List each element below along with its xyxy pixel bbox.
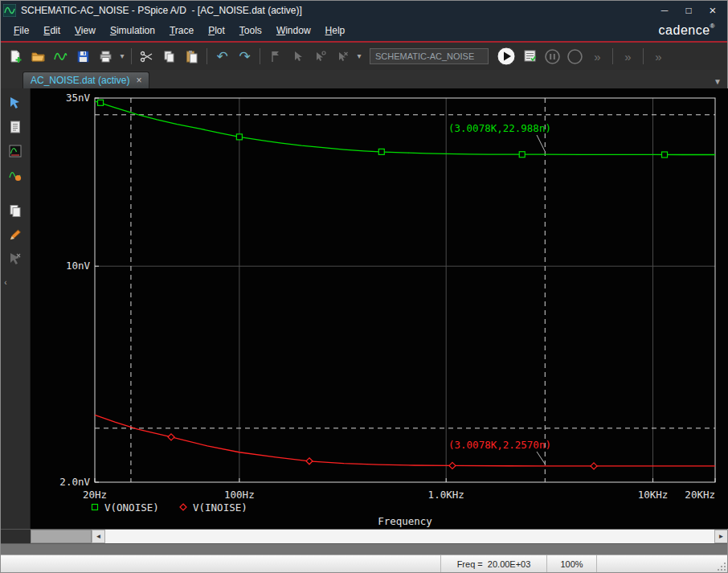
svg-text:20Hz: 20Hz [83,489,107,501]
status-frequency: Freq = 20.00E+03 [440,555,546,573]
run-button[interactable] [494,45,518,68]
sidebar-probe-button[interactable] [5,92,26,113]
resize-grip-icon [717,562,726,571]
toolbar: ▾ ↶ ↷ [0,43,728,70]
menu-help[interactable]: Help [318,22,353,39]
sidebar-waveform-button[interactable] [5,141,26,162]
window-gap-strip [0,543,728,555]
menu-simulation[interactable]: Simulation [103,22,162,39]
toolbar-overflow-1[interactable]: » [587,46,608,67]
hscroll-thumb[interactable] [31,530,92,543]
svg-text:V(ONOISE): V(ONOISE) [104,501,159,514]
scroll-right-button[interactable]: ► [714,530,728,543]
cursor-probe-button[interactable] [287,46,309,67]
menu-trace[interactable]: Trace [162,22,201,39]
overflow-chevrons-icon: » [655,51,661,63]
cursor-flag-button[interactable] [264,46,286,67]
tabbar: AC_NOISE.dat (active) × ▼ [0,70,728,88]
sidebar-collapse-button[interactable]: ‹ [0,272,11,293]
print-dropdown[interactable]: ▾ [117,46,127,67]
svg-text:20KHz: 20KHz [685,489,715,501]
copy-button[interactable] [158,46,180,67]
toolbar-overflow-2[interactable]: » [617,46,639,67]
menu-file[interactable]: File [6,22,36,39]
hscroll-track[interactable] [105,530,714,543]
tab-ac-noise-dat[interactable]: AC_NOISE.dat (active) × [22,72,149,88]
status-zoom-level: 100% [546,555,596,573]
sidebar-document-button[interactable] [5,117,26,137]
waveform-icon [54,50,67,63]
toolbar-separator [260,48,260,64]
simulation-profile-input[interactable] [370,48,489,64]
svg-text:100Hz: 100Hz [224,489,255,501]
chevron-down-icon: ▾ [120,52,124,60]
menu-view[interactable]: View [67,22,103,39]
window-controls: ─ □ × [652,2,725,19]
tab-label: AC_NOISE.dat (active) [31,75,129,86]
window-title: SCHEMATIC-AC_NOISE - PSpice A/D - [AC_NO… [21,5,302,16]
toolbar-separator [643,48,644,64]
pencil-icon [8,227,22,242]
svg-text:35nV: 35nV [66,92,91,104]
menu-tools[interactable]: Tools [232,22,269,39]
cursor-point-button[interactable] [309,46,331,67]
resize-grip[interactable] [715,555,728,573]
scrollbar-corner [0,530,31,543]
close-button[interactable]: × [701,2,725,19]
pspice-window: SCHEMATIC-AC_NOISE - PSpice A/D - [AC_NO… [0,0,728,573]
print-icon [99,50,112,63]
view-results-list-button[interactable] [519,46,541,67]
menu-window[interactable]: Window [269,22,318,39]
main-area: ‹ (3.0078K,22.988n)(3.0078K,2.2570n)35nV… [0,88,728,529]
paste-button[interactable] [181,46,202,67]
sidebar-probe-off-button[interactable] [5,248,26,269]
open-file-button[interactable] [27,46,49,67]
copy-icon [162,50,176,63]
undo-button[interactable]: ↶ [211,46,233,67]
status-spacer [0,555,440,573]
horizontal-scrollbar: ◄ ► [0,529,728,543]
plot-area: (3.0078K,22.988n)(3.0078K,2.2570n)35nV10… [31,88,728,529]
save-button[interactable] [72,46,94,67]
toolbar-overflow-3[interactable]: » [648,46,669,67]
sidebar-log-axis-button[interactable] [5,165,26,186]
stop-button[interactable] [564,46,586,67]
svg-text:Frequency: Frequency [378,515,432,527]
pause-button[interactable] [542,46,563,67]
redo-button[interactable]: ↷ [234,46,256,67]
toolbar-separator [131,48,132,64]
cursor-clear-button[interactable] [332,46,354,67]
pause-icon [544,48,561,65]
cursor-group-dropdown[interactable]: ▾ [354,46,364,67]
undo-icon: ↶ [216,50,227,63]
cursor-point-icon [313,50,327,63]
cut-button[interactable] [136,46,157,67]
redo-icon: ↷ [239,50,250,63]
menu-edit[interactable]: Edit [36,22,67,39]
cadence-logo: cadence® [659,23,722,38]
log-axis-wave-icon [8,168,22,182]
minimize-button[interactable]: ─ [652,2,677,19]
svg-text:1.0KHz: 1.0KHz [428,489,464,501]
svg-text:10KHz: 10KHz [638,489,669,501]
sidebar-copy-window-button[interactable] [5,200,26,221]
results-list-icon [523,49,538,63]
new-file-icon [9,50,22,63]
probe-pointer-icon [8,96,22,110]
scroll-left-button[interactable]: ◄ [92,530,105,543]
tab-list-dropdown-icon[interactable]: ▼ [714,77,728,88]
print-button[interactable] [95,46,117,67]
new-file-button[interactable] [5,46,27,67]
menu-plot[interactable]: Plot [201,22,232,39]
sidebar-edit-button[interactable] [5,224,26,245]
svg-text:10nV: 10nV [66,260,91,272]
view-simulation-results-button[interactable] [50,46,72,67]
save-icon [76,50,90,63]
maximize-button[interactable]: □ [677,2,701,19]
tab-close-icon[interactable]: × [136,75,141,86]
svg-text:2.0nV: 2.0nV [59,476,90,488]
paste-icon [185,50,198,63]
svg-text:(3.0078K,2.2570n): (3.0078K,2.2570n) [448,439,551,451]
plot-svg[interactable]: (3.0078K,22.988n)(3.0078K,2.2570n)35nV10… [31,88,728,529]
left-toolbar: ‹ [0,88,31,529]
